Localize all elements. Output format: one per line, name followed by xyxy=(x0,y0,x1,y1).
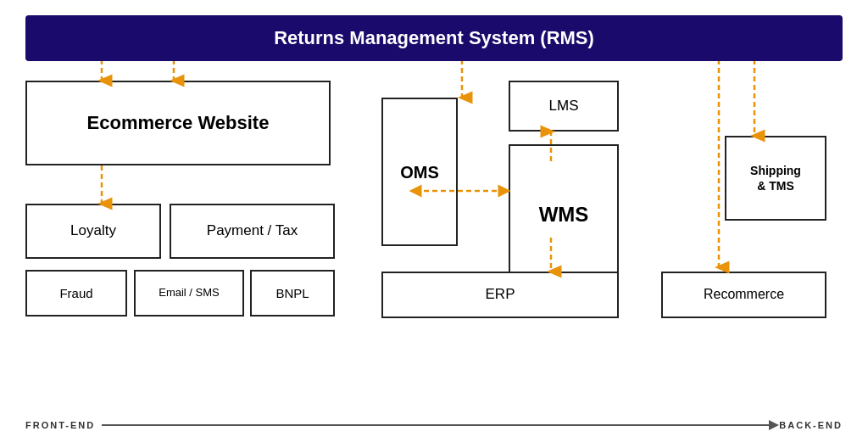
payment-tax-box: Payment / Tax xyxy=(170,204,335,259)
shipping-tms-box: Shipping & TMS xyxy=(725,136,826,221)
erp-box: ERP xyxy=(381,272,619,318)
lms-box: LMS xyxy=(509,81,619,132)
wms-box: WMS xyxy=(509,144,619,284)
axis-front-end-label: FRONT-END xyxy=(25,420,95,430)
ecommerce-box: Ecommerce Website xyxy=(25,81,331,165)
email-sms-box: Email / SMS xyxy=(134,270,244,317)
axis-line xyxy=(102,424,772,426)
rms-title: Returns Management System (RMS) xyxy=(274,27,594,48)
fraud-box: Fraud xyxy=(25,270,127,317)
loyalty-box: Loyalty xyxy=(25,204,161,259)
axis-back-end-label: BACK-END xyxy=(779,420,843,430)
recommerce-box: Recommerce xyxy=(661,272,826,318)
oms-box: OMS xyxy=(381,98,458,246)
diagram-container: Returns Management System (RMS) xyxy=(0,0,868,437)
rms-header: Returns Management System (RMS) xyxy=(25,15,843,61)
axis-area: FRONT-END BACK-END xyxy=(25,420,843,430)
bnpl-box: BNPL xyxy=(250,270,335,317)
